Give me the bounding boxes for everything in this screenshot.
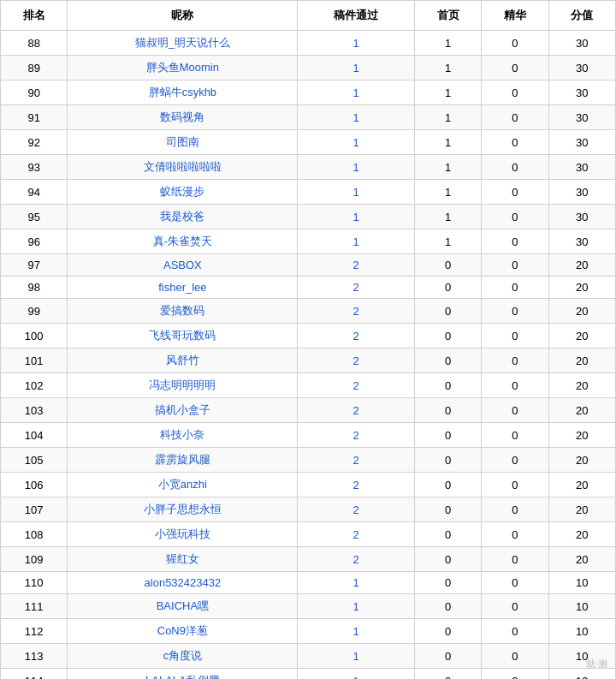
cell-homepage: 0 bbox=[414, 423, 481, 448]
cell-score: 10 bbox=[548, 572, 615, 594]
cell-featured: 0 bbox=[482, 644, 548, 669]
cell-articles: 2 bbox=[298, 448, 415, 473]
cell-nickname: CoN9洋葱 bbox=[68, 619, 298, 644]
cell-articles: 2 bbox=[298, 299, 415, 324]
cell-featured: 0 bbox=[482, 80, 548, 105]
cell-nickname: alon532423432 bbox=[68, 572, 298, 594]
cell-homepage: 0 bbox=[414, 669, 481, 680]
table-row: 97ASBOX20020 bbox=[1, 254, 616, 277]
cell-rank: 91 bbox=[1, 105, 68, 130]
cell-homepage: 1 bbox=[414, 229, 481, 254]
cell-rank: 96 bbox=[1, 229, 68, 254]
cell-nickname: 数码视角 bbox=[68, 105, 298, 130]
cell-score: 20 bbox=[548, 373, 615, 398]
table-row: 111BAICHA嘿10010 bbox=[1, 594, 616, 619]
cell-featured: 0 bbox=[482, 522, 548, 547]
cell-score: 10 bbox=[548, 619, 615, 644]
cell-nickname: fisher_lee bbox=[68, 277, 298, 299]
table-row: 108小强玩科技20020 bbox=[1, 522, 616, 547]
table-row: 98fisher_lee20020 bbox=[1, 277, 616, 299]
table-row: 110alon53242343210010 bbox=[1, 572, 616, 594]
cell-nickname: 司图南 bbox=[68, 130, 298, 155]
cell-homepage: 0 bbox=[414, 348, 481, 373]
cell-featured: 0 bbox=[482, 373, 548, 398]
cell-featured: 0 bbox=[482, 56, 548, 80]
cell-rank: 111 bbox=[1, 594, 68, 619]
cell-featured: 0 bbox=[482, 155, 548, 180]
cell-featured: 0 bbox=[482, 669, 548, 680]
table-row: 101风舒竹20020 bbox=[1, 348, 616, 373]
cell-homepage: 0 bbox=[414, 644, 481, 669]
table-row: 96真-朱雀焚天11030 bbox=[1, 229, 616, 254]
header-nickname: 昵称 bbox=[68, 1, 298, 31]
cell-homepage: 1 bbox=[414, 80, 481, 105]
cell-articles: 1 bbox=[298, 229, 415, 254]
cell-rank: 109 bbox=[1, 547, 68, 572]
cell-rank: 93 bbox=[1, 155, 68, 180]
table-row: 107小胖子思想永恒20020 bbox=[1, 497, 616, 522]
cell-featured: 0 bbox=[482, 473, 548, 497]
cell-featured: 0 bbox=[482, 547, 548, 572]
cell-articles: 2 bbox=[298, 348, 415, 373]
cell-featured: 0 bbox=[482, 254, 548, 277]
cell-featured: 0 bbox=[482, 619, 548, 644]
cell-rank: 110 bbox=[1, 572, 68, 594]
cell-rank: 94 bbox=[1, 180, 68, 205]
cell-homepage: 0 bbox=[414, 254, 481, 277]
cell-featured: 0 bbox=[482, 572, 548, 594]
cell-nickname: 爱搞数码 bbox=[68, 299, 298, 324]
cell-homepage: 1 bbox=[414, 31, 481, 56]
cell-nickname: 我是校爸 bbox=[68, 205, 298, 229]
cell-featured: 0 bbox=[482, 105, 548, 130]
cell-score: 20 bbox=[548, 254, 615, 277]
cell-homepage: 1 bbox=[414, 105, 481, 130]
table-header: 排名 昵称 稿件通过 首页 精华 分值 bbox=[1, 1, 616, 31]
cell-score: 30 bbox=[548, 229, 615, 254]
header-featured: 精华 bbox=[482, 1, 548, 31]
header-articles: 稿件通过 bbox=[298, 1, 415, 31]
table-row: 91数码视角11030 bbox=[1, 105, 616, 130]
cell-score: 20 bbox=[548, 547, 615, 572]
cell-rank: 113 bbox=[1, 644, 68, 669]
cell-articles: 1 bbox=[298, 669, 415, 680]
cell-articles: 1 bbox=[298, 572, 415, 594]
cell-score: 30 bbox=[548, 155, 615, 180]
cell-score: 20 bbox=[548, 299, 615, 324]
cell-articles: 1 bbox=[298, 180, 415, 205]
cell-score: 30 bbox=[548, 130, 615, 155]
cell-articles: 2 bbox=[298, 373, 415, 398]
cell-featured: 0 bbox=[482, 348, 548, 373]
table-row: 106小宽anzhi20020 bbox=[1, 473, 616, 497]
cell-nickname: 风舒竹 bbox=[68, 348, 298, 373]
cell-score: 30 bbox=[548, 205, 615, 229]
table-row: 94蚁纸漫步11030 bbox=[1, 180, 616, 205]
header-rank: 排名 bbox=[1, 1, 68, 31]
cell-homepage: 0 bbox=[414, 619, 481, 644]
cell-nickname: 猫叔明_明天说什么 bbox=[68, 31, 298, 56]
cell-nickname: 科技小奈 bbox=[68, 423, 298, 448]
cell-score: 20 bbox=[548, 522, 615, 547]
watermark: 就·测 bbox=[586, 658, 607, 670]
cell-score: 20 bbox=[548, 497, 615, 522]
cell-featured: 0 bbox=[482, 448, 548, 473]
table-row: 109猩红女20020 bbox=[1, 547, 616, 572]
cell-score: 20 bbox=[548, 398, 615, 423]
cell-homepage: 1 bbox=[414, 180, 481, 205]
cell-score: 20 bbox=[548, 277, 615, 299]
cell-score: 30 bbox=[548, 56, 615, 80]
cell-rank: 95 bbox=[1, 205, 68, 229]
table-row: 104科技小奈20020 bbox=[1, 423, 616, 448]
cell-rank: 106 bbox=[1, 473, 68, 497]
cell-nickname: 霹雳旋风腿 bbox=[68, 448, 298, 473]
cell-nickname: 飞线哥玩数码 bbox=[68, 324, 298, 348]
cell-articles: 2 bbox=[298, 423, 415, 448]
cell-nickname: ASBOX bbox=[68, 254, 298, 277]
cell-score: 30 bbox=[548, 80, 615, 105]
cell-featured: 0 bbox=[482, 180, 548, 205]
cell-homepage: 0 bbox=[414, 448, 481, 473]
cell-score: 20 bbox=[548, 348, 615, 373]
cell-articles: 2 bbox=[298, 497, 415, 522]
cell-articles: 2 bbox=[298, 522, 415, 547]
header-homepage: 首页 bbox=[414, 1, 481, 31]
cell-nickname: BAICHA嘿 bbox=[68, 594, 298, 619]
